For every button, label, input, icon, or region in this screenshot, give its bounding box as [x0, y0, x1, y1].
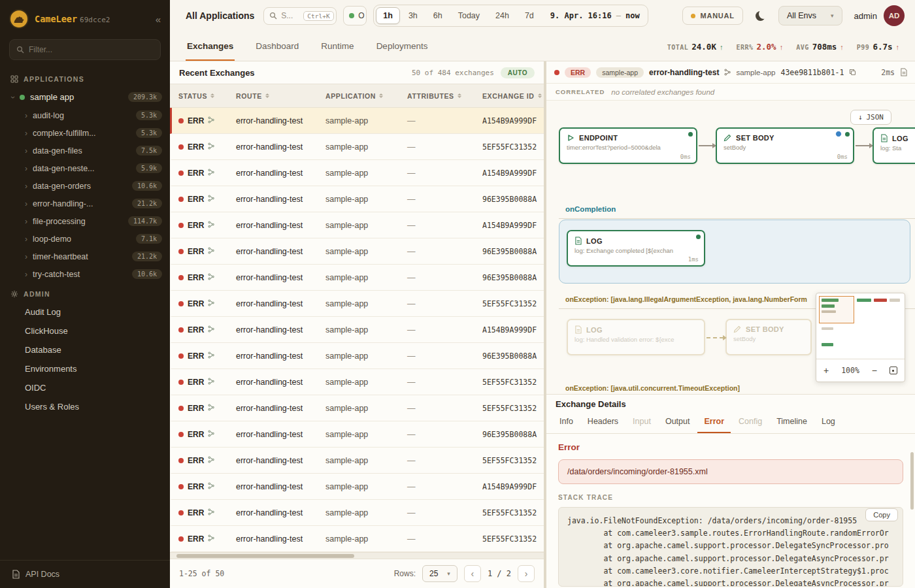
flow-node-exception-set-body[interactable]: SET BODY setBody	[725, 319, 812, 355]
main-tab[interactable]: Dashboard	[254, 33, 300, 61]
prev-page-button[interactable]: ‹	[464, 565, 481, 582]
column-header[interactable]: ATTRIBUTES	[407, 92, 482, 100]
zoom-out-button[interactable]: −	[872, 365, 877, 376]
status-cell: ERR	[178, 195, 236, 204]
sidebar-admin-item[interactable]: Users & Roles	[0, 397, 170, 416]
column-header[interactable]: EXCHANGE ID	[482, 92, 544, 100]
download-json-button[interactable]: ↓ JSON	[850, 110, 891, 125]
exchange-row[interactable]: ERR error-handling-test sample-app — 96E…	[170, 238, 544, 265]
details-tab[interactable]: Config	[732, 412, 769, 433]
time-range-button[interactable]: 3h	[401, 7, 425, 24]
exchange-row[interactable]: ERR error-handling-test sample-app — A15…	[170, 474, 544, 500]
sidebar-filter-input[interactable]	[29, 45, 154, 54]
flow-node-endpoint[interactable]: ENDPOINT timer:errorTest?period=5000&del…	[559, 127, 697, 164]
fit-view-button[interactable]	[890, 367, 897, 374]
main-tab[interactable]: Exchanges	[186, 33, 235, 61]
exchange-row[interactable]: ERR error-handling-test sample-app — 5EF…	[170, 448, 544, 474]
exchange-row[interactable]: ERR error-handling-test sample-app — 5EF…	[170, 134, 544, 160]
details-tab[interactable]: Info	[553, 412, 580, 433]
exchanges-title: Recent Exchanges	[179, 68, 255, 78]
sidebar-admin-item[interactable]: Database	[0, 340, 170, 359]
api-docs-link[interactable]: API Docs	[0, 560, 170, 588]
avatar[interactable]: AD	[884, 5, 905, 26]
stat: ERR% 2.0% ↑	[736, 42, 783, 52]
refresh-mode-button[interactable]: MANUAL	[682, 7, 742, 25]
time-range-group: 1h 3h 6h Today 24h 7d 9. Apr. 16:16–now	[373, 5, 648, 27]
time-range-button[interactable]: 24h	[488, 7, 516, 24]
sidebar-admin-item[interactable]: Audit Log	[0, 302, 170, 321]
exchange-row[interactable]: ERR error-handling-test sample-app — A15…	[170, 317, 544, 343]
global-search[interactable]: Ctrl+K	[263, 7, 337, 25]
flow-node-exception-log[interactable]: LOG log: Handled validation error: ${exc…	[567, 319, 705, 355]
details-tab[interactable]: Headers	[581, 412, 625, 433]
copy-icon[interactable]	[849, 69, 856, 76]
environment-select[interactable]: All Envs ▾	[778, 6, 842, 25]
sidebar-route-item[interactable]: › loop-demo 7.1k	[0, 230, 170, 248]
column-header[interactable]: APPLICATION	[325, 92, 407, 100]
exchange-row[interactable]: ERR error-handling-test sample-app — A15…	[170, 160, 544, 186]
copy-stack-button[interactable]: Copy	[865, 508, 898, 521]
chevron-right-icon: ›	[25, 218, 27, 225]
sidebar-route-item[interactable]: › data-gen-neste... 5.9k	[0, 159, 170, 177]
sidebar-admin-item[interactable]: ClickHouse	[0, 321, 170, 340]
exchange-row[interactable]: ERR error-handling-test sample-app — 96E…	[170, 186, 544, 212]
detail-duration: 2ms	[881, 68, 895, 77]
route-count-badge: 7.1k	[136, 234, 162, 244]
main-tab[interactable]: Deployments	[375, 33, 429, 61]
stat-value: 6.7s	[873, 42, 892, 52]
exchange-row[interactable]: ERR error-handling-test sample-app — 96E…	[170, 421, 544, 448]
details-tab[interactable]: Input	[626, 412, 657, 433]
sidebar-admin-item[interactable]: Environments	[0, 359, 170, 378]
flow-node-completion-log[interactable]: LOG log: Exchange completed [${exchan 1m…	[567, 230, 705, 267]
sidebar-route-item[interactable]: › complex-fulfillm... 5.3k	[0, 124, 170, 142]
exchange-row[interactable]: ERR error-handling-test sample-app — A15…	[170, 108, 544, 134]
rows-per-page-select[interactable]: 25 ▾	[422, 565, 458, 582]
auto-refresh-badge[interactable]: AUTO	[501, 67, 535, 78]
live-toggle[interactable]: O	[343, 6, 367, 25]
sidebar-route-item[interactable]: › error-handling-... 21.2k	[0, 195, 170, 212]
exchange-row[interactable]: ERR error-handling-test sample-app — 5EF…	[170, 395, 544, 421]
exchange-row[interactable]: ERR error-handling-test sample-app — 5EF…	[170, 526, 544, 552]
details-tab[interactable]: Log	[815, 412, 842, 433]
sidebar-route-item[interactable]: › try-catch-test 10.6k	[0, 265, 170, 283]
details-tab[interactable]: Output	[659, 412, 697, 433]
flow-node-set-body[interactable]: SET BODY setBody 0ms	[716, 127, 854, 164]
exchange-row[interactable]: ERR error-handling-test sample-app — 96E…	[170, 343, 544, 369]
time-range-button[interactable]: 6h	[426, 7, 450, 24]
sidebar-item-sample-app[interactable]: › sample app 209.3k	[0, 88, 170, 106]
copy-document-icon[interactable]	[900, 68, 907, 76]
sidebar-route-item[interactable]: › data-gen-orders 10.6k	[0, 177, 170, 195]
flow-node-log[interactable]: LOG log: Sta	[873, 127, 915, 164]
sidebar-admin-item[interactable]: OIDC	[0, 378, 170, 397]
exchange-row[interactable]: ERR error-handling-test sample-app — 5EF…	[170, 291, 544, 317]
horizontal-scrollbar-thumb[interactable]	[176, 554, 354, 558]
exchange-row[interactable]: ERR error-handling-test sample-app — 96E…	[170, 265, 544, 291]
details-tab[interactable]: Error	[697, 412, 731, 433]
zoom-in-button[interactable]: +	[824, 365, 829, 376]
details-tab[interactable]: Timeline	[770, 412, 814, 433]
dark-mode-toggle[interactable]	[750, 5, 772, 27]
next-page-button[interactable]: ›	[518, 565, 535, 582]
date-range-display[interactable]: 9. Apr. 16:16–now	[550, 11, 640, 20]
sidebar-route-item[interactable]: › data-gen-files 7.5k	[0, 142, 170, 159]
time-range-button[interactable]: Today	[451, 7, 487, 24]
sidebar-route-item[interactable]: › timer-heartbeat 21.2k	[0, 248, 170, 265]
status-label: ERR	[188, 195, 204, 204]
vertical-scrollbar-thumb[interactable]	[910, 452, 914, 510]
column-header[interactable]: ROUTE	[236, 92, 325, 100]
main-tab[interactable]: Runtime	[320, 33, 355, 61]
exchange-row[interactable]: ERR error-handling-test sample-app — A15…	[170, 212, 544, 238]
search-input[interactable]	[281, 11, 299, 20]
route-flow-canvas[interactable]: ↓ JSON ENDPOINT timer:errorTest?period=5…	[546, 101, 915, 395]
column-header[interactable]: STATUS	[178, 92, 236, 100]
exchange-row[interactable]: ERR error-handling-test sample-app — 5EF…	[170, 369, 544, 395]
time-range-button[interactable]: 7d	[518, 7, 541, 24]
sidebar-route-item[interactable]: › file-processing 114.7k	[0, 212, 170, 230]
admin-item-label: Environments	[25, 364, 76, 374]
sidebar-route-item[interactable]: › audit-log 5.3k	[0, 106, 170, 124]
collapse-sidebar-icon[interactable]: «	[156, 14, 161, 25]
exchange-row[interactable]: ERR error-handling-test sample-app — 5EF…	[170, 500, 544, 526]
time-range-button[interactable]: 1h	[376, 7, 400, 24]
minimap-canvas[interactable]	[816, 293, 905, 359]
minimap-viewport[interactable]	[819, 296, 854, 323]
